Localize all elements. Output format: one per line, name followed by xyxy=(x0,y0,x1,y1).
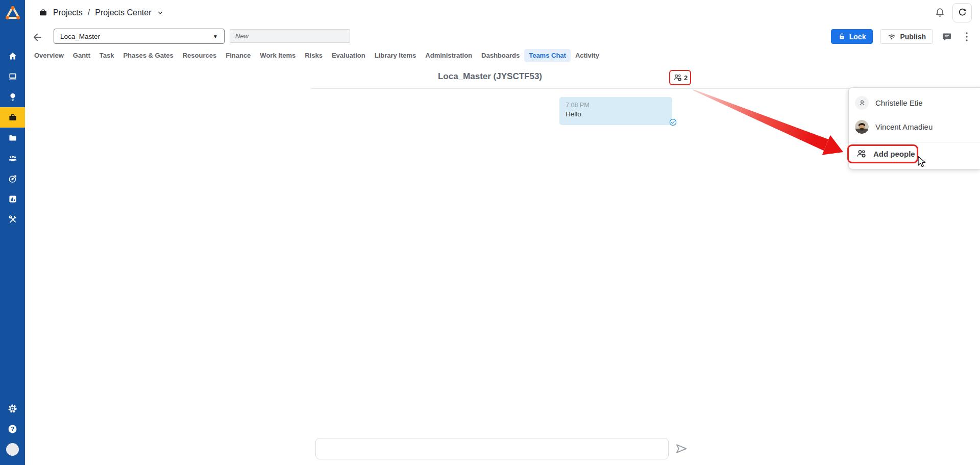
avatar xyxy=(6,443,19,456)
more-menu-button[interactable] xyxy=(961,30,973,43)
chat-message-input[interactable] xyxy=(315,438,669,459)
tab-work-items[interactable]: Work Items xyxy=(255,49,300,62)
project-selector-value: Loca_Master xyxy=(60,33,100,40)
refresh-icon xyxy=(958,8,967,17)
sidebar-bottom-nav: ? xyxy=(0,398,25,459)
delivered-check-icon xyxy=(669,118,677,127)
tab-phases-gates[interactable]: Phases & Gates xyxy=(118,49,178,62)
caret-down-icon: ▼ xyxy=(213,34,218,39)
kebab-menu-icon xyxy=(962,31,972,42)
chat-square-icon xyxy=(941,31,952,42)
sidebar-item-settings[interactable] xyxy=(0,398,25,419)
unlock-icon xyxy=(838,33,846,40)
tab-gantt[interactable]: Gantt xyxy=(68,49,95,62)
briefcase-icon xyxy=(8,112,18,123)
comments-button[interactable] xyxy=(940,30,953,43)
member-row-vincent[interactable]: Vincent Amadieu xyxy=(849,115,980,139)
tools-icon xyxy=(8,214,18,225)
help-icon: ? xyxy=(7,424,18,434)
briefcase-icon xyxy=(38,8,48,17)
tab-teams-chat[interactable]: Teams Chat xyxy=(524,49,571,62)
breadcrumb-page[interactable]: Projects Center xyxy=(95,8,151,17)
chat-message-bubble: 7:08 PM Hello xyxy=(559,97,672,125)
project-selector[interactable]: Loca_Master ▼ xyxy=(54,29,225,44)
back-button[interactable] xyxy=(31,31,44,44)
new-item-input[interactable] xyxy=(230,29,350,43)
project-toolbar: Loca_Master ▼ Lock Publish xyxy=(25,25,980,50)
notifications-button[interactable] xyxy=(934,6,946,19)
bar-chart-icon xyxy=(8,194,18,204)
home-icon xyxy=(8,51,18,61)
tab-activity[interactable]: Activity xyxy=(571,49,604,62)
toolbar-actions: Lock Publish xyxy=(831,29,973,44)
sidebar-nav xyxy=(0,46,25,230)
tab-finance[interactable]: Finance xyxy=(221,49,255,62)
laptop-icon xyxy=(8,71,18,82)
lock-button-label: Lock xyxy=(849,33,866,41)
top-bar: Projects / Projects Center xyxy=(25,0,980,25)
avatar-placeholder xyxy=(855,96,869,110)
lightbulb-icon xyxy=(8,92,18,102)
target-icon xyxy=(8,174,18,184)
publish-button-label: Publish xyxy=(900,33,926,41)
person-icon xyxy=(857,99,867,108)
wifi-icon xyxy=(887,32,896,41)
message-text: Hello xyxy=(566,110,666,118)
svg-text:?: ? xyxy=(11,426,14,432)
sidebar-item-workspace[interactable] xyxy=(0,66,25,87)
member-row-christelle[interactable]: Christelle Etie xyxy=(849,91,980,115)
people-group-icon xyxy=(8,153,18,163)
refresh-button[interactable] xyxy=(952,3,972,22)
chevron-down-icon[interactable] xyxy=(157,9,164,16)
tab-overview[interactable]: Overview xyxy=(30,49,68,62)
person-add-icon xyxy=(673,73,682,83)
send-icon xyxy=(675,442,688,455)
arrow-left-icon xyxy=(32,32,43,43)
sidebar-user-avatar[interactable] xyxy=(0,439,25,459)
member-name: Vincent Amadieu xyxy=(875,123,933,131)
gear-icon xyxy=(7,403,18,414)
folder-icon xyxy=(8,133,18,143)
breadcrumb-separator: / xyxy=(88,8,90,17)
sidebar-item-team[interactable] xyxy=(0,148,25,168)
portrait-photo xyxy=(855,120,869,134)
member-count: 2 xyxy=(684,74,688,82)
members-dropdown-panel: Christelle Etie Vincent Amadieu xyxy=(848,87,980,169)
lock-button[interactable]: Lock xyxy=(831,29,873,44)
app-logo[interactable] xyxy=(0,0,25,25)
sidebar-item-reports[interactable] xyxy=(0,189,25,209)
member-name: Christelle Etie xyxy=(875,99,923,107)
tab-library-items[interactable]: Library Items xyxy=(370,49,421,62)
message-timestamp: 7:08 PM xyxy=(566,102,666,109)
person-add-icon xyxy=(856,149,867,159)
tab-task[interactable]: Task xyxy=(95,49,119,62)
sidebar: ? xyxy=(0,0,25,465)
tab-administration[interactable]: Administration xyxy=(421,49,477,62)
send-message-button[interactable] xyxy=(674,441,689,456)
sidebar-item-tools[interactable] xyxy=(0,209,25,230)
sidebar-item-projects[interactable] xyxy=(0,107,25,128)
add-people-button[interactable]: Add people xyxy=(849,142,980,165)
chat-title: Loca_Master (JYSCTF53) xyxy=(315,71,665,82)
logo-triangle-icon xyxy=(5,5,20,20)
project-tabs: Overview Gantt Task Phases & Gates Resou… xyxy=(25,48,604,62)
breadcrumb: Projects / Projects Center xyxy=(38,8,164,17)
breadcrumb-section[interactable]: Projects xyxy=(53,8,83,17)
annotation-arrow xyxy=(684,84,852,161)
chat-members-button[interactable]: 2 xyxy=(669,70,691,85)
tab-evaluation[interactable]: Evaluation xyxy=(327,49,370,62)
sidebar-item-ideas[interactable] xyxy=(0,87,25,107)
sidebar-item-documents[interactable] xyxy=(0,128,25,148)
sidebar-item-help[interactable]: ? xyxy=(0,419,25,439)
tab-dashboards[interactable]: Dashboards xyxy=(477,49,524,62)
sidebar-item-goals[interactable] xyxy=(0,168,25,189)
tab-resources[interactable]: Resources xyxy=(178,49,221,62)
bell-icon xyxy=(935,7,945,18)
publish-button[interactable]: Publish xyxy=(880,29,933,44)
tab-risks[interactable]: Risks xyxy=(300,49,327,62)
topbar-actions xyxy=(934,0,972,25)
add-people-label: Add people xyxy=(873,150,915,158)
avatar-photo xyxy=(855,120,869,134)
sidebar-item-home[interactable] xyxy=(0,46,25,66)
